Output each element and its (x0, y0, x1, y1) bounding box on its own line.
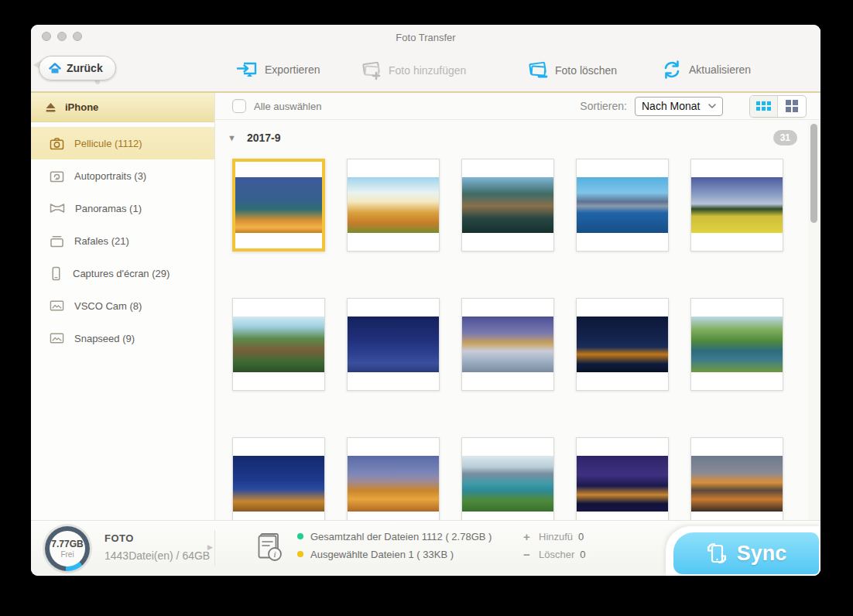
sort-label: Sortieren: (580, 100, 627, 112)
minus-icon: − (523, 548, 536, 561)
photo-card[interactable] (576, 437, 669, 520)
back-button[interactable]: Zurück (39, 56, 116, 80)
sort-dropdown-value: Nach Monat (642, 100, 700, 112)
sidebar: iPhone Pellicule (1112) (31, 93, 215, 520)
sidebar-item-snapseed[interactable]: Snapseed (9) (31, 322, 214, 354)
small-grid-icon (756, 101, 771, 111)
month-group-title: 2017-9 (247, 132, 281, 144)
status-footer: 7.77GB Frei FOTO 1443Datei(en) / 64GB ▶ … (31, 520, 820, 576)
sync-button[interactable]: Sync (673, 532, 819, 574)
sidebar-item-label: Pellicule (1112) (74, 138, 142, 149)
home-icon (49, 63, 61, 74)
scrollbar-track[interactable] (808, 121, 820, 520)
sidebar-item-label: Captures d'écran (29) (73, 268, 170, 279)
storage-ring-chart: 7.77GB Frei (45, 526, 90, 571)
add-photo-icon (360, 60, 382, 80)
refresh-button-label: Aktualisieren (689, 63, 751, 76)
photo-card[interactable] (461, 437, 554, 520)
photo-thumbnail (462, 177, 553, 233)
collapse-triangle-icon[interactable]: ▼ (228, 133, 236, 142)
pending-delete-row: − Löscher 0 (523, 549, 585, 560)
photo-card[interactable] (232, 298, 325, 391)
chevron-down-icon (708, 104, 716, 108)
photo-thumbnail (577, 317, 668, 372)
divider-arrow-icon: ▶ (207, 543, 213, 551)
plus-icon: + (523, 530, 536, 543)
window-title: Foto Transfer (31, 32, 820, 43)
storage-free-value: 7.77GB (51, 539, 83, 549)
photo-thumbnail (233, 317, 324, 372)
photo-card[interactable] (232, 437, 325, 520)
footer-divider (214, 530, 215, 566)
export-button-label: Exportieren (265, 63, 320, 76)
sort-dropdown[interactable]: Nach Monat (635, 97, 723, 116)
storage-type-label: FOTO (104, 532, 210, 544)
pending-changes: + Hinzufü 0 − Löscher 0 (523, 531, 585, 560)
select-all-checkbox[interactable] (232, 99, 246, 113)
delete-photo-button-label: Foto löschen (555, 64, 617, 77)
photo-thumbnail (348, 177, 439, 233)
pending-add-label: Hinzufü (539, 531, 573, 542)
title-bar: Foto Transfer (31, 25, 820, 48)
photo-card[interactable] (347, 298, 440, 391)
photo-thumbnail (235, 177, 322, 233)
photo-card[interactable] (690, 437, 783, 520)
sidebar-item-captures-decran[interactable]: Captures d'écran (29) (31, 257, 214, 289)
sidebar-item-autoportraits[interactable]: Autoportraits (3) (31, 159, 214, 192)
month-count-badge: 31 (773, 130, 797, 145)
toolbar: Zurück Exportieren Foto hinzufügen (31, 48, 820, 91)
file-stats: Gesamtzahl der Dateien 1112 ( 2.78GB ) A… (297, 531, 492, 560)
photo-card[interactable] (347, 159, 440, 252)
device-header[interactable]: iPhone (31, 93, 214, 122)
selected-files-row: Ausgewählte Dateien 1 ( 33KB ) (297, 549, 492, 560)
photo-card[interactable] (347, 437, 440, 520)
sidebar-item-label: Panoramas (1) (75, 203, 142, 214)
photo-thumbnail (691, 456, 783, 512)
smartphone-icon (50, 266, 63, 281)
panorama-icon (50, 202, 65, 214)
pending-delete-count: 0 (580, 549, 585, 560)
view-toggle-group (749, 95, 807, 118)
yellow-dot-icon (297, 551, 303, 557)
delete-photo-button[interactable]: Foto löschen (526, 60, 617, 80)
green-dot-icon (297, 533, 303, 539)
photo-card[interactable] (461, 159, 554, 252)
export-button[interactable]: Exportieren (236, 60, 320, 79)
photo-thumbnail (577, 456, 668, 512)
sidebar-item-rafales[interactable]: Rafales (21) (31, 224, 214, 257)
large-grid-view-button[interactable] (778, 96, 806, 117)
image-icon (50, 332, 64, 344)
content-controls: Alle auswählen Sortieren: Nach Monat (215, 93, 820, 120)
refresh-icon (662, 60, 682, 79)
photo-thumbnail (233, 456, 324, 512)
add-photo-button-label: Foto hinzufügen (389, 64, 466, 77)
sidebar-item-label: VSCO Cam (8) (74, 300, 142, 312)
photo-thumbnail (462, 317, 553, 372)
storage-usage-text: 1443Datei(en) / 64GB (104, 549, 210, 562)
sidebar-item-panoramas[interactable]: Panoramas (1) (31, 192, 214, 224)
small-grid-view-button[interactable] (750, 96, 778, 117)
storage-free-label: Frei (60, 550, 74, 559)
photo-card[interactable] (576, 159, 669, 252)
photo-thumbnail (691, 177, 783, 233)
burst-stack-icon (50, 234, 64, 248)
scrollbar-thumb[interactable] (810, 124, 817, 223)
photo-card[interactable] (461, 298, 554, 391)
photo-thumbnail (348, 317, 439, 372)
photo-grid (215, 149, 820, 520)
refresh-button[interactable]: Aktualisieren (662, 60, 751, 79)
sidebar-item-vsco-cam[interactable]: VSCO Cam (8) (31, 289, 214, 322)
sidebar-item-pellicule[interactable]: Pellicule (1112) (31, 127, 214, 159)
svg-text:i: i (273, 549, 276, 559)
add-photo-button[interactable]: Foto hinzufügen (360, 60, 466, 80)
photo-card[interactable] (576, 298, 669, 391)
photo-content: Alle auswählen Sortieren: Nach Monat (215, 93, 820, 520)
photo-card[interactable] (232, 159, 325, 252)
photo-card[interactable] (690, 298, 783, 391)
selected-files-text: Ausgewählte Dateien 1 ( 33KB ) (310, 549, 454, 560)
pending-add-row: + Hinzufü 0 (523, 531, 585, 542)
total-files-row: Gesamtzahl der Dateien 1112 ( 2.78GB ) (297, 531, 492, 542)
delete-photo-icon (526, 60, 548, 80)
photo-card[interactable] (690, 159, 783, 252)
album-list: Pellicule (1112) Autoportraits (3) Panor… (31, 122, 214, 354)
